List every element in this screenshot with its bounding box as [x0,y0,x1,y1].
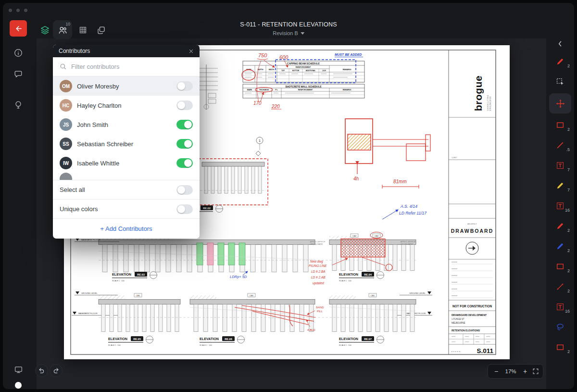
contributor-toggle[interactable] [176,158,193,168]
text-icon [556,202,564,210]
line-icon [556,141,564,150]
line-tool[interactable]: .5 [550,137,571,154]
pen-tool[interactable]: 2 [550,53,571,70]
sheet-number: S.011 [477,347,493,354]
avatar: SS [60,138,72,150]
window-control-dot[interactable] [16,9,20,12]
fullscreen-icon [532,368,539,375]
elevation-label: ELEVATION RE.07 SCALE 1 : 100 [339,336,384,346]
avatar: OM [60,80,72,92]
svg-text:ENGINEERS: ENGINEERS [489,96,491,111]
pointer-button[interactable] [13,99,24,111]
svg-text:600: 600 [279,54,288,60]
contributors-button[interactable]: 10 [53,20,72,39]
elevation-re04: CB2 CB2 APPROX. DEPTH OF GROUND WATER AP… [310,232,416,282]
svg-text:4h: 4h [353,176,359,181]
contributor-toggle[interactable] [176,81,193,91]
rect-tool[interactable]: 2 [550,258,571,275]
undo-button[interactable] [35,364,48,377]
svg-text:SCALE 1 : 100: SCALE 1 : 100 [200,344,213,346]
contributors-panel: Contributors OMOliver MoresbyHCHayley Ch… [53,45,200,239]
contributor-toggle[interactable] [176,120,193,129]
avatar [60,173,72,180]
fullscreen-button[interactable] [532,368,539,375]
color-indicator[interactable] [15,382,22,389]
add-contributors-button[interactable]: + Add Contributors [53,218,200,239]
pen-icon [556,57,564,66]
avatar: JS [60,118,72,131]
text-tool[interactable]: 16 [550,298,571,316]
unique-colors-toggle[interactable] [176,204,193,214]
revision-selector[interactable]: Revision B [240,30,337,36]
measure-icon [556,282,564,291]
window-control-dot[interactable] [9,9,12,12]
toggle-knob [177,82,185,90]
right-rail: 22.577162222162 [546,38,574,389]
tool-count: 2 [567,63,570,68]
rect-tool[interactable]: 2 [550,339,571,356]
contributor-row[interactable]: HCHayley Charlton [53,96,200,115]
svg-text:BASEMENT FLOOR: BASEMENT FLOOR [81,239,100,241]
back-button[interactable] [10,20,27,37]
pen-tool[interactable]: 2 [550,217,571,235]
grid-button[interactable] [76,23,89,37]
contributor-row[interactable]: JSJohn Smith [53,115,200,134]
svg-text:SCALE 1 : 100: SCALE 1 : 100 [339,279,352,282]
filter-input[interactable] [71,63,193,70]
revision-label: Revision B [273,30,298,36]
tool-count: 2 [567,127,570,132]
svg-text:4 BLD: 4 BLD [307,329,315,331]
svg-text:THICKNESS: THICKNESS [259,89,269,91]
measure-tool[interactable]: 2 [550,278,571,295]
svg-text:ELEVATION: ELEVATION [108,337,127,341]
elevation-re06: CB1 SAND FILL 4 BLD ELEVATION [190,293,324,346]
info-button[interactable] [13,47,24,59]
svg-text:TOP: TOP [281,70,285,72]
text-tool[interactable]: 16 [550,197,571,215]
zoom-level: 17% [503,368,518,374]
contributor-toggle[interactable] [176,139,193,149]
select-all-toggle[interactable] [176,185,193,195]
pages-button[interactable] [94,23,108,37]
layers-button[interactable] [38,23,51,37]
svg-text:750: 750 [258,52,267,58]
tool-count: 16 [565,208,570,213]
contributor-toggle[interactable] [176,101,193,110]
redo-button[interactable] [50,364,63,377]
rect-tool[interactable]: 2 [550,116,571,134]
select-all-label: Select all [60,186,85,193]
project-name: DRAWBOARD DEVELOPMENT [452,314,487,316]
comments-button[interactable] [13,68,24,80]
unique-colors-label: Unique colors [60,205,98,213]
svg-text:CB2: CB2 [375,235,379,237]
lasso-tool[interactable] [550,318,571,336]
chevron-down-icon [301,32,304,35]
zoom-in-button[interactable]: + [521,368,529,375]
contributor-row[interactable]: OMOliver Moresby [53,76,200,96]
svg-text:BOTTOM: BOTTOM [292,70,299,72]
move-tool[interactable] [549,93,571,114]
svg-text:RE.06: RE.06 [225,338,232,341]
svg-text:WIDTH: WIDTH [269,69,275,71]
svg-text:New dwg: New dwg [310,260,323,264]
elevation-label: ELEVATION RE.04 SCALE 1 : 100 [339,272,384,282]
grid-icon [78,25,88,35]
contributor-row[interactable]: SSSebastian Schreiber [53,134,200,153]
pen-tool[interactable]: 2 [550,238,571,255]
svg-text:APPROX. DEPTH OF: APPROX. DEPTH OF [310,241,325,243]
svg-text:CB1: CB1 [250,294,254,297]
move-icon [556,99,565,108]
zoom-controls: − 17% + [488,364,543,379]
close-button[interactable] [188,49,194,54]
svg-text:ELEVATION: ELEVATION [112,272,131,277]
select-tool[interactable] [550,73,571,90]
collapse-panel-button[interactable] [556,38,564,49]
contributor-row[interactable]: IWIsabelle Whittle [53,153,200,173]
zoom-out-button[interactable]: − [492,368,501,375]
present-button[interactable] [13,364,24,375]
chevron-left-icon [556,40,564,48]
text-tool[interactable]: 7 [550,157,571,174]
pen-tool[interactable]: 7 [550,177,571,194]
project-address2: MELBOURNE [452,322,465,324]
window-control-dot[interactable] [24,9,27,12]
